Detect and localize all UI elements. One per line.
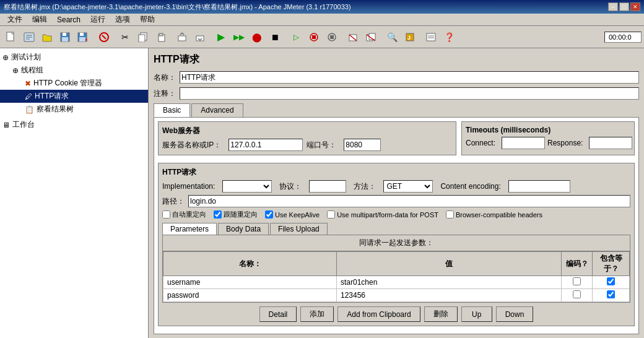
connect-label: Connect: — [466, 139, 495, 147]
response-input[interactable] — [589, 137, 632, 149]
resultview-label: 察看结果树 — [37, 104, 74, 115]
cb-follow-label[interactable]: 跟随重定向 — [214, 210, 258, 219]
cb-multipart[interactable] — [327, 210, 335, 219]
param-encode-1[interactable] — [562, 276, 593, 289]
toolbar-templates[interactable] — [20, 28, 38, 46]
tab-filesupload[interactable]: Files Upload — [270, 223, 328, 235]
param-name-1[interactable]: username — [163, 276, 337, 289]
table-row: username star01chen — [163, 276, 630, 289]
tab-bodydata[interactable]: Body Data — [218, 223, 269, 235]
cb-browser-label[interactable]: Browser-compatible headers — [446, 210, 542, 219]
toolbar-start[interactable]: ▶ — [212, 28, 230, 46]
tree-item-cookie[interactable]: ✖ HTTP Cookie 管理器 — [0, 77, 148, 90]
toolbar-paste[interactable] — [152, 28, 170, 46]
param-encode-2[interactable] — [562, 289, 593, 302]
toolbar-clear[interactable] — [344, 28, 362, 46]
svg-rect-7 — [63, 33, 66, 36]
toolbar-cut[interactable]: ✂ — [116, 28, 134, 46]
httpreq-section-title: HTTP请求 — [162, 167, 630, 178]
tab-parameters[interactable]: Parameters — [162, 223, 217, 235]
tab-advanced[interactable]: Advanced — [191, 103, 243, 117]
method-select[interactable]: GET POST PUT DELETE — [383, 180, 433, 193]
menu-search[interactable]: Search — [52, 14, 85, 25]
tree-item-threadgroup[interactable]: ⊕ 线程组 — [0, 64, 148, 77]
toolbar-copy[interactable] — [134, 28, 152, 46]
cb-follow-text: 跟随重定向 — [224, 210, 258, 219]
cb-redirect[interactable] — [162, 210, 170, 219]
toolbar-new[interactable] — [2, 28, 20, 46]
method-label: 方法： — [354, 181, 376, 192]
workbench-label: 工作台 — [12, 119, 35, 130]
include-checkbox-2[interactable] — [607, 290, 615, 298]
down-button[interactable]: Down — [496, 306, 534, 322]
toolbar-collapse[interactable] — [191, 28, 209, 46]
add-clipboard-button[interactable]: Add from Clipboard — [337, 306, 420, 322]
toolbar-remote-shutdown[interactable] — [323, 28, 341, 46]
cb-redirect-label[interactable]: 自动重定向 — [162, 210, 206, 219]
up-button[interactable]: Up — [461, 306, 492, 322]
tree-item-testplan[interactable]: ⊕ 测试计划 — [0, 51, 148, 64]
toolbar-log-viewer[interactable] — [422, 28, 440, 46]
connect-input[interactable] — [502, 137, 545, 149]
impl-select[interactable] — [222, 180, 272, 193]
testplan-label: 测试计划 — [11, 52, 41, 63]
protocol-input[interactable] — [309, 180, 346, 193]
comment-input[interactable] — [180, 87, 639, 100]
toolbar-saveas[interactable]: + — [74, 28, 92, 46]
menu-options[interactable]: 选项 — [110, 13, 135, 26]
cb-keepalive[interactable] — [265, 210, 273, 219]
minimize-button[interactable]: ─ — [608, 2, 618, 11]
param-name-2[interactable]: password — [163, 289, 337, 302]
toolbar-time: 00:00:0 — [604, 32, 642, 43]
add-button[interactable]: 添加 — [300, 306, 334, 322]
params-header: 同请求一起发送参数： — [163, 235, 630, 251]
toolbar-save[interactable] — [56, 28, 74, 46]
tab-basic[interactable]: Basic — [154, 103, 190, 117]
cb-redirect-text: 自动重定向 — [172, 210, 206, 219]
tree-item-workbench[interactable]: 🖥 工作台 — [0, 118, 148, 131]
toolbar-remote-stop[interactable] — [305, 28, 323, 46]
menu-run[interactable]: 运行 — [85, 13, 110, 26]
cb-keepalive-label[interactable]: Use KeepAlive — [265, 210, 320, 219]
toolbar-clear-all[interactable] — [362, 28, 380, 46]
encoding-input[interactable] — [508, 180, 570, 193]
cb-multipart-label[interactable]: Use multipart/form-data for POST — [327, 210, 438, 219]
name-input[interactable] — [180, 71, 639, 84]
toolbar-revert[interactable] — [95, 28, 113, 46]
param-value-1[interactable]: star01chen — [337, 276, 562, 289]
toolbar-open[interactable] — [38, 28, 56, 46]
close-button[interactable]: ✕ — [630, 2, 640, 11]
menu-file[interactable]: 文件 — [2, 13, 27, 26]
encode-checkbox-2[interactable] — [573, 290, 581, 298]
toolbar-jmeter-props[interactable]: J — [401, 28, 419, 46]
menu-help[interactable]: 帮助 — [135, 13, 160, 26]
toolbar-help[interactable]: ❓ — [440, 28, 458, 46]
maximize-button[interactable]: □ — [619, 2, 629, 11]
cb-follow[interactable] — [214, 210, 222, 219]
cb-browser[interactable] — [446, 210, 454, 219]
toolbar-remote-start[interactable]: ▷ — [287, 28, 305, 46]
param-value-2[interactable]: 123456 — [337, 289, 562, 302]
include-checkbox-1[interactable] — [607, 277, 615, 285]
delete-button[interactable]: 删除 — [424, 306, 458, 322]
cookie-icon: ✖ — [25, 79, 31, 88]
impl-row: Implementation: 协议： 方法： GET POST PUT DEL… — [162, 180, 630, 193]
menu-edit[interactable]: 编辑 — [27, 13, 52, 26]
tree-item-resultview[interactable]: 📋 察看结果树 — [0, 103, 148, 116]
param-include-1[interactable] — [593, 276, 630, 289]
toolbar-stop[interactable]: ⬤ — [248, 28, 266, 46]
tree-item-httpreq[interactable]: 🖊 HTTP请求 — [0, 90, 148, 103]
toolbar: + ✂ ▶ ▶▶ ⬤ ⏹ ▷ 🔍 J ❓ 00:00:0 — [0, 26, 644, 48]
toolbar-browse[interactable]: 🔍 — [383, 28, 401, 46]
httpreq-icon: 🖊 — [25, 92, 32, 101]
toolbar-shutdown[interactable]: ⏹ — [266, 28, 284, 46]
param-include-2[interactable] — [593, 289, 630, 302]
server-input[interactable] — [228, 139, 303, 151]
toolbar-start-nopause[interactable]: ▶▶ — [230, 28, 248, 46]
encode-checkbox-1[interactable] — [573, 277, 581, 285]
detail-button[interactable]: Detail — [259, 306, 297, 322]
port-input[interactable] — [344, 139, 381, 151]
cb-multipart-text: Use multipart/form-data for POST — [337, 211, 438, 219]
toolbar-expand[interactable] — [173, 28, 191, 46]
path-input[interactable] — [188, 195, 630, 207]
